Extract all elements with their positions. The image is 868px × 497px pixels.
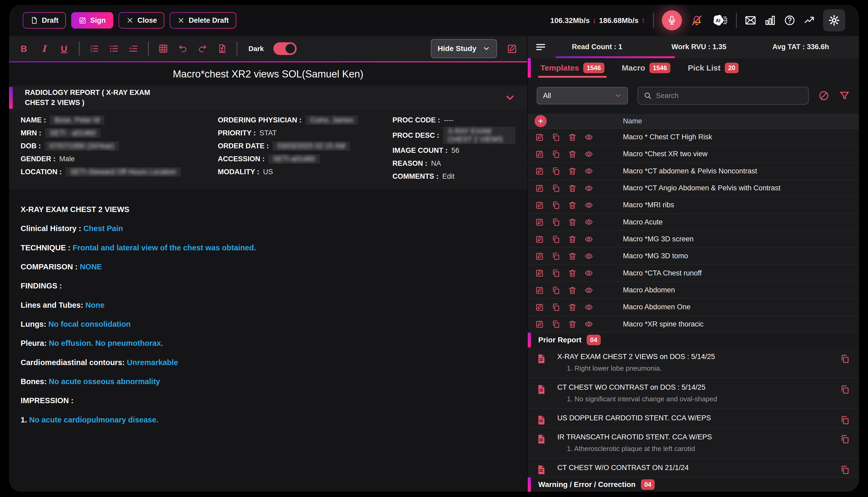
- table-row[interactable]: Macro Acute: [528, 214, 859, 231]
- tab-macro[interactable]: Macro 1546: [622, 58, 671, 78]
- copy-icon[interactable]: [551, 184, 561, 193]
- eye-icon[interactable]: [584, 150, 593, 159]
- copy-icon[interactable]: [551, 320, 561, 329]
- radiology-report-header[interactable]: RADIOLOGY REPORT ( X-RAY EXAM CHEST 2 VI…: [9, 86, 527, 110]
- eye-icon[interactable]: [584, 235, 593, 244]
- trash-icon[interactable]: [568, 235, 577, 244]
- table-row[interactable]: Macro *MG 3D tomo: [528, 248, 859, 265]
- table-row[interactable]: Macro *XR spine thoracic: [528, 316, 859, 333]
- eye-icon[interactable]: [584, 167, 593, 175]
- edit-icon[interactable]: [535, 201, 544, 210]
- copy-icon[interactable]: [551, 201, 561, 210]
- prior-report-item[interactable]: IR TRANSCATH CAROTID STENT. CCA W/EPS 1.…: [528, 428, 859, 458]
- search-input[interactable]: [656, 92, 802, 100]
- trash-icon[interactable]: [568, 167, 577, 175]
- table-row[interactable]: Macro Abdomen One: [528, 299, 859, 316]
- avg-tat-stat[interactable]: Avg TAT : 336.6h: [750, 43, 852, 51]
- prior-report-item[interactable]: CT CHEST WO CONTRAST on DOS : 5/14/25 1.…: [528, 378, 859, 409]
- filter-funnel-icon[interactable]: [839, 90, 850, 101]
- delete-draft-button[interactable]: Delete Draft: [170, 12, 236, 29]
- template-name[interactable]: Macro *MG 3D tomo: [623, 252, 688, 260]
- eye-icon[interactable]: [584, 252, 593, 261]
- draft-button[interactable]: Draft: [23, 12, 66, 29]
- template-name[interactable]: Macro *CT Angio Abdomen & Pelvis with Co…: [623, 184, 781, 192]
- trash-icon[interactable]: [568, 201, 577, 210]
- edit-icon[interactable]: [535, 252, 544, 261]
- add-template-button[interactable]: [535, 115, 547, 127]
- copy-icon[interactable]: [551, 133, 561, 142]
- copy-icon[interactable]: [551, 150, 561, 159]
- ai-assistant-icon[interactable]: AI: [712, 13, 728, 27]
- trash-icon[interactable]: [568, 286, 577, 295]
- trash-icon[interactable]: [568, 150, 577, 159]
- table-row[interactable]: Macro *CT abdomen & Pelvis Noncontrast: [528, 163, 859, 180]
- template-name[interactable]: Macro *CTA Chest runoff: [623, 269, 702, 277]
- eye-icon[interactable]: [584, 320, 593, 329]
- template-name[interactable]: Macro *Chest XR two view: [623, 150, 708, 158]
- trash-icon[interactable]: [568, 269, 577, 278]
- copy-icon[interactable]: [551, 252, 561, 261]
- microphone-button[interactable]: [662, 10, 682, 30]
- copy-icon[interactable]: [551, 269, 561, 278]
- edit-icon[interactable]: [535, 184, 544, 193]
- dark-mode-toggle[interactable]: [273, 42, 297, 55]
- copy-icon[interactable]: [551, 286, 561, 295]
- template-doc-button[interactable]: [217, 44, 227, 54]
- copy-report-icon[interactable]: [840, 354, 850, 364]
- template-name[interactable]: Macro * Chest CT High Risk: [623, 133, 712, 141]
- edit-icon[interactable]: [535, 235, 544, 244]
- trash-icon[interactable]: [568, 252, 577, 261]
- edit-icon[interactable]: [535, 303, 544, 312]
- hide-study-dropdown[interactable]: Hide Study: [431, 39, 497, 58]
- stats-chart-icon[interactable]: [764, 15, 776, 26]
- report-body[interactable]: X-RAY EXAM CHEST 2 VIEWS Clinical Histor…: [9, 189, 527, 435]
- underline-button[interactable]: U: [59, 44, 69, 54]
- table-row[interactable]: Macro *CT Angio Abdomen & Pelvis with Co…: [528, 180, 859, 197]
- close-button[interactable]: Close: [119, 12, 165, 29]
- edit-icon[interactable]: [535, 269, 544, 278]
- tab-pick-list[interactable]: Pick List 20: [688, 58, 739, 78]
- analytics-trend-icon[interactable]: [803, 15, 815, 26]
- comments-edit-link[interactable]: Edit: [442, 172, 455, 181]
- template-name[interactable]: Macro Abdomen One: [623, 303, 690, 311]
- undo-button[interactable]: [178, 44, 188, 54]
- copy-icon[interactable]: [551, 235, 561, 244]
- eye-icon[interactable]: [584, 184, 593, 193]
- read-count-stat[interactable]: Read Count : 1: [546, 43, 648, 51]
- prior-report-item[interactable]: X-RAY EXAM CHEST 2 VIEWS on DOS : 5/14/2…: [528, 347, 859, 378]
- sign-button[interactable]: Sign: [71, 12, 113, 29]
- trash-icon[interactable]: [568, 184, 577, 193]
- prior-report-header[interactable]: Prior Report 04: [528, 333, 859, 347]
- settings-button[interactable]: [823, 9, 845, 31]
- trash-icon[interactable]: [568, 303, 577, 312]
- help-icon[interactable]: [784, 15, 796, 26]
- notifications-muted-icon[interactable]: [690, 13, 704, 27]
- warning-error-correction-header[interactable]: Warning / Error / Correction 04: [528, 478, 859, 492]
- template-name[interactable]: Macro *MG 3D screen: [623, 235, 693, 243]
- edit-icon[interactable]: [535, 217, 544, 227]
- table-row[interactable]: Macro Abdomen: [528, 282, 859, 299]
- edit-icon[interactable]: [535, 286, 544, 295]
- template-name[interactable]: Macro Abdomen: [623, 286, 675, 294]
- table-row[interactable]: Macro * Chest CT High Risk: [528, 129, 859, 146]
- redo-button[interactable]: [197, 44, 207, 54]
- copy-icon[interactable]: [551, 303, 561, 312]
- copy-report-icon[interactable]: [840, 465, 850, 475]
- insert-table-button[interactable]: [158, 44, 168, 54]
- copy-report-icon[interactable]: [840, 434, 850, 444]
- copy-icon[interactable]: [551, 217, 561, 227]
- edit-icon[interactable]: [535, 167, 544, 175]
- mail-icon[interactable]: [745, 15, 756, 26]
- edit-icon[interactable]: [535, 133, 544, 142]
- prior-report-item[interactable]: CT CHEST W/O CONTRAST ON 21/1/24: [528, 458, 859, 478]
- trash-icon[interactable]: [568, 217, 577, 227]
- trash-icon[interactable]: [568, 320, 577, 329]
- eye-icon[interactable]: [584, 286, 593, 295]
- copy-report-icon[interactable]: [840, 415, 850, 425]
- template-name[interactable]: Macro *XR spine thoracic: [623, 320, 704, 328]
- edit-icon[interactable]: [535, 150, 544, 159]
- indent-button[interactable]: [128, 44, 138, 54]
- search-box[interactable]: [637, 87, 809, 105]
- template-name[interactable]: Macro Acute: [623, 218, 663, 226]
- template-name[interactable]: Macro *CT abdomen & Pelvis Noncontrast: [623, 167, 757, 175]
